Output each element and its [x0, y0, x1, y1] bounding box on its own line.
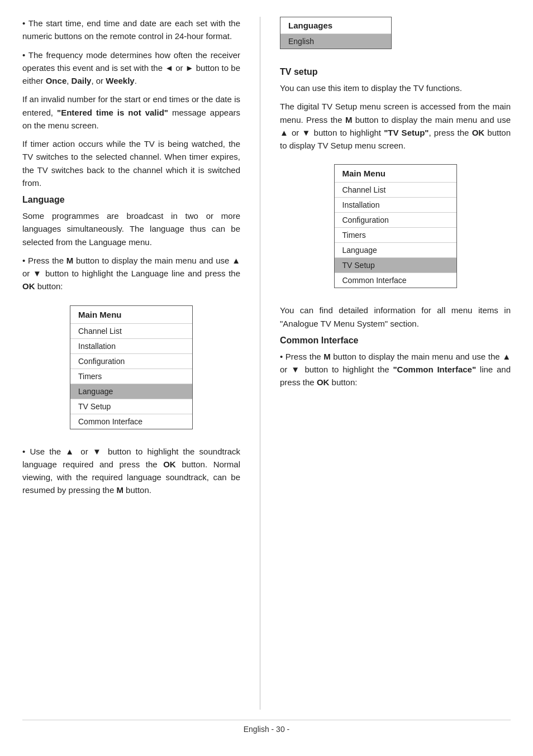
left-menu-channel-list: Channel List	[70, 324, 192, 339]
languages-header: Languages	[280, 17, 391, 34]
tvsetup-heading: TV setup	[280, 67, 511, 77]
left-menu-installation: Installation	[70, 339, 192, 354]
languages-box: Languages English	[280, 17, 392, 49]
bullet-frequency: • The frequency mode determines how ofte…	[22, 49, 240, 88]
right-menu-installation: Installation	[335, 198, 456, 213]
right-menu-box: Main Menu Channel List Installation Conf…	[334, 164, 457, 288]
page-footer: English - 30 -	[22, 720, 511, 734]
right-menu-wrapper: Main Menu Channel List Installation Conf…	[280, 157, 511, 296]
bullet-use-updown: • Use the ▲ or ▼ button to highlight the…	[22, 445, 240, 497]
bullet-common-press: • Press the M button to display the main…	[280, 350, 511, 389]
right-menu-tvsetup: TV Setup	[335, 258, 456, 273]
left-menu-timers: Timers	[70, 369, 192, 384]
language-heading: Language	[22, 195, 240, 205]
languages-english: English	[280, 34, 391, 49]
right-menu-configuration: Configuration	[335, 213, 456, 228]
left-menu-language: Language	[70, 384, 192, 399]
timer-action-para: If timer action occurs while the TV is b…	[22, 137, 240, 189]
left-menu-header: Main Menu	[70, 306, 192, 324]
tvsetup-para1: You can use this item to display the TV …	[280, 82, 511, 94]
languages-box-wrapper: Languages English	[280, 17, 511, 58]
bullet-language-press: • Press the M button to display the main…	[22, 254, 240, 293]
invalid-number-para: If an invalid number for the start or en…	[22, 93, 240, 132]
column-divider	[260, 17, 260, 710]
left-menu-configuration: Configuration	[70, 354, 192, 369]
left-menu-box: Main Menu Channel List Installation Conf…	[70, 305, 193, 429]
right-menu-timers: Timers	[335, 228, 456, 243]
tvsetup-para3: You can find detailed information for al…	[280, 304, 511, 330]
left-menu-tvsetup: TV Setup	[70, 399, 192, 414]
tvsetup-para2: The digital TV Setup menu screen is acce…	[280, 100, 511, 152]
language-para: Some programmes are broadcast in two or …	[22, 209, 240, 248]
right-menu-language: Language	[335, 243, 456, 258]
left-menu-common-interface: Common Interface	[70, 414, 192, 429]
bullet-start-time: • The start time, end time and date are …	[22, 17, 240, 43]
right-menu-common-interface: Common Interface	[335, 273, 456, 288]
right-menu-header: Main Menu	[335, 165, 456, 183]
left-menu-wrapper: Main Menu Channel List Installation Conf…	[22, 299, 240, 437]
right-menu-channel-list: Channel List	[335, 183, 456, 198]
common-interface-heading: Common Interface	[280, 336, 511, 346]
